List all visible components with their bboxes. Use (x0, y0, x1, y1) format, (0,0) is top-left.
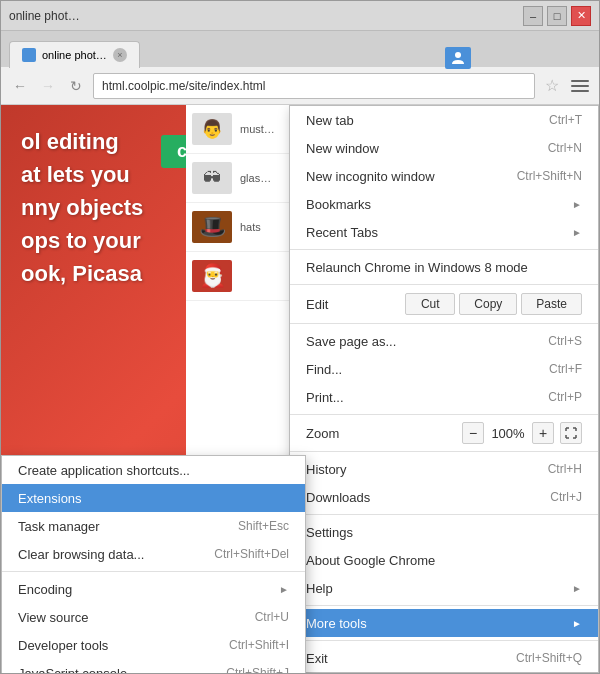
menu-label-find: Find... (306, 362, 342, 377)
zoom-label: Zoom (306, 426, 462, 441)
zoom-row: Zoom − 100% + (290, 418, 598, 448)
edit-label: Edit (306, 297, 405, 312)
window-frame: online phot… – □ ✕ online phot… × ← → ↻ (0, 0, 600, 674)
reload-button[interactable]: ↻ (65, 75, 87, 97)
arrow-help: ► (572, 583, 582, 594)
close-button[interactable]: ✕ (571, 6, 591, 26)
menu-label-help: Help (306, 581, 333, 596)
submenu-label-extensions: Extensions (18, 491, 82, 506)
thumb-image-1: 👨 (192, 113, 232, 145)
menu-item-help[interactable]: Help ► (290, 574, 598, 602)
menu-item-bookmarks[interactable]: Bookmarks ► (290, 190, 598, 218)
menu-item-history[interactable]: History Ctrl+H (290, 455, 598, 483)
menu-item-save-page[interactable]: Save page as... Ctrl+S (290, 327, 598, 355)
thumb-image-2: 🕶 (192, 162, 232, 194)
submenu-label-create-shortcuts: Create application shortcuts... (18, 463, 190, 478)
shortcut-js-console: Ctrl+Shift+J (226, 666, 289, 673)
thumb-image-3: 🎩 (192, 211, 232, 243)
thumb-label-1: must… (240, 123, 275, 135)
list-item[interactable]: 🕶 glas… (186, 154, 305, 203)
menu-item-new-incognito[interactable]: New incognito window Ctrl+Shift+N (290, 162, 598, 190)
separator-2 (290, 284, 598, 285)
menu-item-downloads[interactable]: Downloads Ctrl+J (290, 483, 598, 511)
shortcut-dev-tools: Ctrl+Shift+I (229, 638, 289, 652)
arrow-recent-tabs: ► (572, 227, 582, 238)
window-title: online phot… (9, 9, 80, 23)
list-item[interactable]: 👨 must… (186, 105, 305, 154)
edit-row: Edit Cut Copy Paste (290, 288, 598, 320)
paste-button[interactable]: Paste (521, 293, 582, 315)
chrome-menu-button[interactable] (569, 75, 591, 97)
submenu-label-js-console: JavaScript console (18, 666, 127, 674)
list-item[interactable]: 🎅 (186, 252, 305, 301)
menu-item-new-tab[interactable]: New tab Ctrl+T (290, 106, 598, 134)
zoom-in-button[interactable]: + (532, 422, 554, 444)
thumb-label-3: hats (240, 221, 261, 233)
shortcut-downloads: Ctrl+J (550, 490, 582, 504)
page-line-4: ops to your (21, 224, 143, 257)
fullscreen-button[interactable] (560, 422, 582, 444)
active-tab[interactable]: online phot… × (9, 41, 140, 68)
submenu-label-dev-tools: Developer tools (18, 638, 108, 653)
submenu-item-clear-browsing[interactable]: Clear browsing data... Ctrl+Shift+Del (2, 540, 305, 568)
submenu-item-dev-tools[interactable]: Developer tools Ctrl+Shift+I (2, 631, 305, 659)
submenu-label-clear-browsing: Clear browsing data... (18, 547, 144, 562)
menu-label-recent-tabs: Recent Tabs (306, 225, 378, 240)
separator-6 (290, 514, 598, 515)
address-input[interactable] (93, 73, 535, 99)
page-line-2: at lets you (21, 158, 143, 191)
arrow-bookmarks: ► (572, 199, 582, 210)
copy-button[interactable]: Copy (459, 293, 517, 315)
bookmark-star-icon[interactable]: ☆ (541, 75, 563, 97)
menu-item-settings[interactable]: Settings (290, 518, 598, 546)
submenu-item-encoding[interactable]: Encoding ► (2, 575, 305, 603)
thumb-image-4: 🎅 (192, 260, 232, 292)
zoom-out-button[interactable]: − (462, 422, 484, 444)
separator-3 (290, 323, 598, 324)
maximize-button[interactable]: □ (547, 6, 567, 26)
menu-label-save-page: Save page as... (306, 334, 396, 349)
shortcut-clear-browsing: Ctrl+Shift+Del (214, 547, 289, 561)
shortcut-exit: Ctrl+Shift+Q (516, 651, 582, 665)
menu-item-about-chrome[interactable]: About Google Chrome (290, 546, 598, 574)
shortcut-find: Ctrl+F (549, 362, 582, 376)
arrow-more-tools: ► (572, 618, 582, 629)
submenu-label-encoding: Encoding (18, 582, 72, 597)
shortcut-save-page: Ctrl+S (548, 334, 582, 348)
menu-label-relaunch: Relaunch Chrome in Windows 8 mode (306, 260, 528, 275)
submenu-item-view-source[interactable]: View source Ctrl+U (2, 603, 305, 631)
page-line-5: ook, Picasa (21, 257, 143, 290)
separator-5 (290, 451, 598, 452)
list-item[interactable]: 🎩 hats (186, 203, 305, 252)
minimize-button[interactable]: – (523, 6, 543, 26)
menu-label-exit: Exit (306, 651, 328, 666)
menu-item-find[interactable]: Find... Ctrl+F (290, 355, 598, 383)
separator-7 (290, 605, 598, 606)
person-icon (451, 51, 465, 65)
menu-item-print[interactable]: Print... Ctrl+P (290, 383, 598, 411)
menu-item-exit[interactable]: Exit Ctrl+Shift+Q (290, 644, 598, 672)
menu-label-print: Print... (306, 390, 344, 405)
submenu-item-create-shortcuts[interactable]: Create application shortcuts... (2, 456, 305, 484)
arrow-encoding: ► (279, 584, 289, 595)
user-icon[interactable] (445, 47, 471, 69)
back-button[interactable]: ← (9, 75, 31, 97)
menu-item-recent-tabs[interactable]: Recent Tabs ► (290, 218, 598, 246)
menu-label-downloads: Downloads (306, 490, 370, 505)
menu-item-more-tools[interactable]: More tools ► (290, 609, 598, 637)
menu-label-bookmarks: Bookmarks (306, 197, 371, 212)
content-area: ol editing at lets you nny objects ops t… (1, 105, 599, 673)
zoom-value: 100% (490, 426, 526, 441)
shortcut-new-window: Ctrl+N (548, 141, 582, 155)
submenu-item-extensions[interactable]: Extensions (2, 484, 305, 512)
tab-favicon (22, 48, 36, 62)
forward-button[interactable]: → (37, 75, 59, 97)
cut-button[interactable]: Cut (405, 293, 455, 315)
window-controls: – □ ✕ (523, 6, 591, 26)
submenu-item-task-manager[interactable]: Task manager Shift+Esc (2, 512, 305, 540)
tab-close-button[interactable]: × (113, 48, 127, 62)
menu-item-new-window[interactable]: New window Ctrl+N (290, 134, 598, 162)
menu-item-relaunch[interactable]: Relaunch Chrome in Windows 8 mode (290, 253, 598, 281)
submenu-label-task-manager: Task manager (18, 519, 100, 534)
submenu-item-js-console[interactable]: JavaScript console Ctrl+Shift+J (2, 659, 305, 673)
